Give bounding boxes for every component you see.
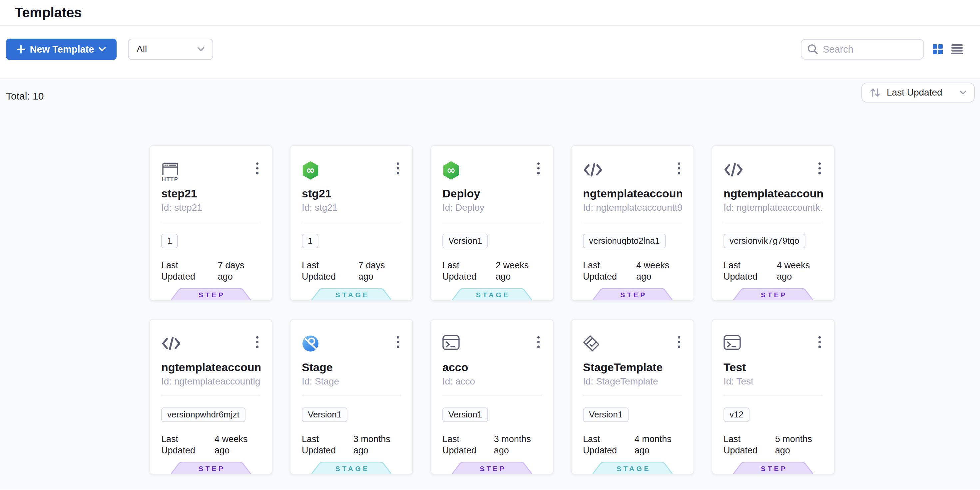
- total-count: Total: 10: [6, 90, 44, 102]
- template-card[interactable]: ngtemplateaccountl... Id: ngtemplateacco…: [149, 319, 272, 475]
- toolbar-right: [801, 39, 963, 60]
- plus-icon: [17, 45, 25, 54]
- template-card[interactable]: HTTP step21 Id: step21 1 Last Updated 7 …: [149, 145, 272, 301]
- chevron-down-icon: [99, 47, 106, 52]
- card-title: ngtemplateaccountt...: [583, 186, 682, 200]
- template-type-label: STAGE: [312, 465, 391, 473]
- divider: [302, 222, 401, 222]
- card-title: Test: [724, 360, 823, 374]
- template-card[interactable]: acco Id: acco Version1 Last Updated 3 mo…: [430, 319, 554, 475]
- last-updated-value: 5 months ago: [775, 433, 823, 456]
- card-header: [583, 335, 682, 356]
- card-menu-button[interactable]: [535, 161, 542, 176]
- card-header: [583, 161, 682, 182]
- card-menu-button[interactable]: [676, 335, 682, 349]
- last-updated: Last Updated 7 days ago: [161, 260, 261, 282]
- template-card[interactable]: Test Id: Test v12 Last Updated 5 months …: [711, 319, 835, 475]
- template-type-ribbon: STAGE: [452, 288, 532, 300]
- last-updated-value: 3 months ago: [494, 433, 542, 456]
- template-type-ribbon: STEP: [733, 288, 813, 300]
- card-id: Id: ngtemplateaccountt9...: [583, 202, 682, 214]
- template-type-ribbon: STEP: [171, 288, 251, 300]
- divider: [724, 395, 823, 396]
- divider: [583, 222, 682, 222]
- template-type-ribbon: STEP: [452, 462, 532, 474]
- divider: [161, 395, 261, 396]
- card-id: Id: acco: [442, 376, 542, 387]
- last-updated-label: Last Updated: [724, 260, 772, 282]
- card-header: [442, 335, 542, 356]
- card-title: StageTemplate: [583, 360, 682, 374]
- divider: [302, 395, 401, 396]
- grid-view-icon: [933, 44, 943, 54]
- last-updated-label: Last Updated: [302, 260, 354, 282]
- template-type-ribbon: STEP: [593, 288, 673, 300]
- last-updated-label: Last Updated: [724, 433, 770, 456]
- version-badge: versionuqbto2lna1: [583, 234, 666, 248]
- card-menu-button[interactable]: [395, 335, 401, 349]
- grid-view-button[interactable]: [933, 44, 943, 54]
- card-id: Id: ngtemplateaccountk...: [724, 202, 823, 214]
- last-updated-value: 4 weeks ago: [777, 260, 823, 282]
- card-header: [161, 335, 261, 356]
- card-title: stg21: [302, 186, 401, 200]
- last-updated-value: 7 days ago: [218, 260, 261, 282]
- version-badge: Version1: [442, 408, 488, 422]
- card-menu-button[interactable]: [395, 161, 401, 176]
- last-updated: Last Updated 4 weeks ago: [161, 433, 261, 456]
- last-updated: Last Updated 3 months ago: [442, 433, 542, 456]
- templates-grid: HTTP step21 Id: step21 1 Last Updated 7 …: [149, 145, 835, 475]
- template-type-ribbon: STAGE: [312, 462, 391, 474]
- card-menu-button[interactable]: [816, 335, 823, 349]
- page-title: Templates: [15, 5, 82, 21]
- card-header: [724, 335, 823, 356]
- template-type-label: STEP: [452, 465, 532, 473]
- template-type-label: STAGE: [312, 291, 391, 299]
- card-header: [724, 161, 823, 182]
- chevron-down-icon: [197, 47, 205, 52]
- search-input[interactable]: [823, 44, 917, 55]
- last-updated-label: Last Updated: [583, 433, 630, 456]
- card-header: ∞: [442, 161, 542, 182]
- last-updated: Last Updated 3 months ago: [302, 433, 401, 456]
- last-updated: Last Updated 5 months ago: [724, 433, 823, 456]
- card-id: Id: stg21: [302, 202, 401, 214]
- version-badge: Version1: [302, 408, 347, 422]
- http-icon: HTTP: [161, 161, 179, 184]
- template-card[interactable]: StageTemplate Id: StageTemplate Version1…: [571, 319, 694, 475]
- card-menu-button[interactable]: [254, 335, 261, 349]
- card-id: Id: Stage: [302, 376, 401, 387]
- sort-value: Last Updated: [887, 87, 942, 98]
- card-header: ∞: [302, 161, 401, 182]
- card-menu-button[interactable]: [816, 161, 823, 176]
- last-updated: Last Updated 4 weeks ago: [583, 260, 682, 282]
- new-template-button[interactable]: New Template: [6, 39, 116, 60]
- sort-select[interactable]: Last Updated: [861, 82, 975, 103]
- chevron-down-icon: [959, 90, 967, 95]
- card-title: ngtemplateaccountk...: [724, 186, 823, 200]
- divider: [442, 395, 542, 396]
- card-header: HTTP: [161, 161, 261, 182]
- template-card[interactable]: ngtemplateaccountk... Id: ngtemplateacco…: [711, 145, 835, 301]
- template-card[interactable]: ngtemplateaccountt... Id: ngtemplateacco…: [571, 145, 694, 301]
- card-menu-button[interactable]: [254, 161, 261, 176]
- template-type-ribbon: STAGE: [593, 462, 673, 474]
- template-card[interactable]: ∞ Deploy Id: Deploy Version1 Last Update…: [430, 145, 554, 301]
- version-badge: versionvik7g79tqo: [724, 234, 805, 248]
- template-type-label: STAGE: [593, 465, 673, 473]
- template-type-label: STEP: [733, 465, 813, 473]
- version-badge: versionpwhdr6mjzt: [161, 408, 245, 422]
- card-menu-button[interactable]: [535, 335, 542, 349]
- version-badge: Version1: [442, 234, 488, 248]
- template-card[interactable]: Stage Id: Stage Version1 Last Updated 3 …: [290, 319, 413, 475]
- type-filter-select[interactable]: All: [128, 39, 213, 60]
- card-title: Deploy: [442, 186, 542, 200]
- version-badge: Version1: [583, 408, 628, 422]
- card-menu-button[interactable]: [676, 161, 682, 176]
- card-id: Id: ngtemplateaccountlg...: [161, 376, 261, 387]
- list-view-button[interactable]: [951, 44, 963, 54]
- template-card[interactable]: ∞ stg21 Id: stg21 1 Last Updated 7 days …: [290, 145, 413, 301]
- cd-icon: ∞: [442, 161, 460, 182]
- template-type-ribbon: STEP: [733, 462, 813, 474]
- last-updated-label: Last Updated: [161, 260, 213, 282]
